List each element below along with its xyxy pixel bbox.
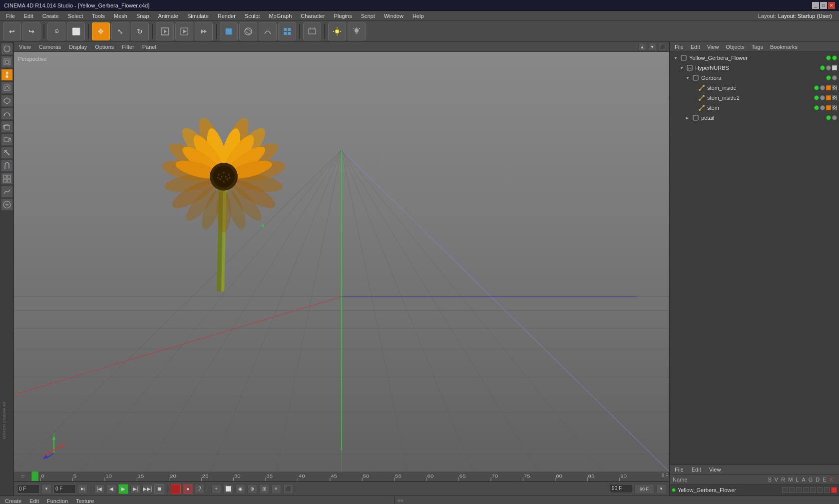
- menu-mesh[interactable]: Mesh: [110, 12, 131, 20]
- menu-window[interactable]: Window: [380, 12, 408, 20]
- left-tool-knife[interactable]: [1, 147, 13, 159]
- menu-edit[interactable]: Edit: [20, 12, 37, 20]
- play-reverse[interactable]: ◀: [106, 484, 116, 494]
- menu-simulate[interactable]: Simulate: [183, 12, 213, 20]
- left-tool-matrix[interactable]: [1, 173, 13, 185]
- nurbs-button[interactable]: [239, 22, 257, 40]
- keyframe-sel[interactable]: ⊕: [247, 484, 257, 494]
- keyframe-all[interactable]: ⊞: [259, 484, 269, 494]
- mat-icon-delete[interactable]: [831, 487, 837, 493]
- menu-script[interactable]: Script: [357, 12, 379, 20]
- close-button[interactable]: ✕: [828, 2, 835, 9]
- camera-view-button[interactable]: [303, 22, 321, 40]
- frame-jump-end[interactable]: ▶|: [78, 484, 88, 494]
- left-tool-cam[interactable]: [1, 134, 13, 146]
- rotate-button[interactable]: ↻: [131, 22, 149, 40]
- menu-character[interactable]: Character: [297, 12, 329, 20]
- vp-menu-filter[interactable]: Filter: [120, 43, 136, 50]
- vp-icon-up[interactable]: ▲: [638, 43, 646, 51]
- render-picture-button[interactable]: [175, 22, 193, 40]
- left-tool-mesh[interactable]: [1, 56, 13, 68]
- left-tool-magnet[interactable]: [1, 160, 13, 172]
- current-frame-input[interactable]: [17, 485, 39, 494]
- keyframe-mode[interactable]: ◉: [235, 484, 245, 494]
- mat-menu-function[interactable]: Function: [45, 498, 70, 504]
- array-button[interactable]: [278, 22, 296, 40]
- render-all-button[interactable]: [195, 22, 213, 40]
- keyframe-add[interactable]: +: [211, 484, 221, 494]
- fps-input-btn[interactable]: 90 F: [634, 484, 654, 494]
- live-select-button[interactable]: ⊙: [47, 22, 65, 40]
- left-tool-paint[interactable]: [1, 82, 13, 94]
- record-btn[interactable]: ●: [183, 484, 193, 494]
- tree-item-stem-inside2[interactable]: stem_inside2: [670, 93, 839, 103]
- vp-menu-cameras[interactable]: Cameras: [37, 43, 63, 50]
- mat-menu-edit[interactable]: Edit: [27, 498, 41, 504]
- minimize-button[interactable]: _: [812, 2, 819, 9]
- play-forward[interactable]: ▶: [118, 484, 128, 494]
- menu-snap[interactable]: Snap: [132, 12, 153, 20]
- obj-menu-edit[interactable]: Edit: [689, 43, 702, 50]
- menu-plugins[interactable]: Plugins: [330, 12, 356, 20]
- deform-button[interactable]: [259, 22, 277, 40]
- menu-render[interactable]: Render: [214, 12, 240, 20]
- tree-item-hypernurbs[interactable]: ▼ HyperNURBS: [670, 63, 839, 73]
- menu-sculpt[interactable]: Sculpt: [241, 12, 264, 20]
- timeline-ruler[interactable]: ⏱ 0 5 10 15 20 25 30: [14, 472, 669, 482]
- obj-menu-file[interactable]: File: [673, 43, 686, 50]
- auto-keyframe-red[interactable]: [171, 484, 181, 494]
- mat-menu-edit[interactable]: Edit: [690, 466, 703, 473]
- frame-end-input[interactable]: [610, 484, 632, 493]
- menu-tools[interactable]: Tools: [88, 12, 109, 20]
- maximize-button[interactable]: □: [820, 2, 827, 9]
- cube-button[interactable]: [220, 22, 238, 40]
- frame-start-input[interactable]: [53, 485, 76, 494]
- mat-menu-file[interactable]: File: [673, 466, 686, 473]
- mat-item-yellow-gerbera[interactable]: Yellow_Gerbera_Flower: [670, 485, 839, 496]
- vp-menu-panel[interactable]: Panel: [140, 43, 158, 50]
- obj-menu-tags[interactable]: Tags: [750, 43, 765, 50]
- vp-menu-view[interactable]: View: [17, 43, 33, 50]
- go-to-start[interactable]: |◀: [94, 484, 104, 494]
- move-button[interactable]: ✥: [92, 22, 110, 40]
- left-tool-3d[interactable]: [1, 121, 13, 133]
- left-tool-spline[interactable]: [1, 108, 13, 120]
- mat-menu-texture[interactable]: Texture: [74, 498, 96, 504]
- left-tool-paint2[interactable]: [1, 199, 13, 211]
- mat-menu-view[interactable]: View: [707, 466, 723, 473]
- tree-item-gerbera[interactable]: ▼ Gerbera: [670, 73, 839, 83]
- tree-item-stem-inside[interactable]: stem_inside: [670, 83, 839, 93]
- redo-button[interactable]: ↪: [22, 22, 40, 40]
- go-to-end[interactable]: ▶▶|: [142, 484, 152, 494]
- mat-menu-create[interactable]: Create: [3, 498, 23, 504]
- vp-menu-display[interactable]: Display: [67, 43, 89, 50]
- menu-create[interactable]: Create: [38, 12, 63, 20]
- menu-help[interactable]: Help: [409, 12, 428, 20]
- keyframe-remove[interactable]: ⬜: [223, 484, 233, 494]
- light-button[interactable]: [328, 22, 346, 40]
- frame-step-down[interactable]: ▼: [41, 484, 51, 494]
- vp-icon-layout[interactable]: ⬛: [658, 43, 666, 51]
- obj-menu-view[interactable]: View: [705, 43, 721, 50]
- rect-select-button[interactable]: ⬜: [67, 22, 85, 40]
- tree-item-yellow-gerbera[interactable]: ▼ Yellow_Gerbera_Flower: [670, 53, 839, 63]
- obj-menu-bookmarks[interactable]: Bookmarks: [768, 43, 800, 50]
- scale-button[interactable]: ⤡: [111, 22, 129, 40]
- max-frames-btn[interactable]: ▼: [656, 484, 666, 494]
- menu-mograph[interactable]: MoGraph: [265, 12, 296, 20]
- left-tool-sculpt[interactable]: [1, 186, 13, 198]
- left-tool-polygon[interactable]: [1, 95, 13, 107]
- render-region-button[interactable]: [156, 22, 174, 40]
- menu-file[interactable]: File: [2, 12, 19, 20]
- left-tool-view-mode[interactable]: [1, 43, 13, 55]
- menu-select[interactable]: Select: [64, 12, 87, 20]
- tree-item-stem[interactable]: stem: [670, 103, 839, 113]
- viewport-3d[interactable]: Perspective: [14, 52, 669, 472]
- menu-animate[interactable]: Animate: [154, 12, 182, 20]
- vp-menu-options[interactable]: Options: [93, 43, 116, 50]
- undo-button[interactable]: ↩: [3, 22, 21, 40]
- step-forward[interactable]: ▶|: [130, 484, 140, 494]
- left-tool-move[interactable]: [1, 69, 13, 81]
- vp-icon-down[interactable]: ▼: [648, 43, 656, 51]
- help-btn[interactable]: ?: [195, 484, 205, 494]
